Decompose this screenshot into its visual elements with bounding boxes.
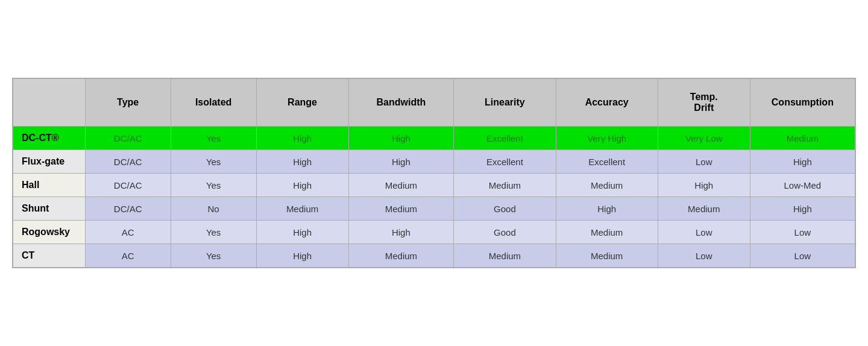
table-row: Flux-gateDC/ACYesHighHighExcellentExcell… (13, 150, 855, 174)
table-cell: DC/AC (85, 127, 171, 150)
table-cell: High (256, 174, 348, 197)
header-isolated: Isolated (171, 78, 256, 127)
table-cell: Good (454, 221, 556, 244)
table-cell: Low (750, 221, 855, 244)
table-cell: High (348, 127, 454, 150)
table-row: HallDC/ACYesHighMediumMediumMediumHighLo… (13, 174, 855, 197)
header-linearity: Linearity (454, 78, 556, 127)
table-cell: High (750, 197, 855, 221)
table-cell: High (256, 221, 348, 244)
table-cell: Medium (750, 127, 855, 150)
row-label: Shunt (13, 197, 85, 221)
table-row: RogowskyACYesHighHighGoodMediumLowLow (13, 221, 855, 244)
table-cell: Medium (454, 244, 556, 268)
table-cell: Low (750, 244, 855, 268)
table-cell: High (256, 244, 348, 268)
table-row: ShuntDC/ACNoMediumMediumGoodHighMediumHi… (13, 197, 855, 221)
comparison-table: Type Isolated Range Bandwidth Linearity … (12, 78, 856, 269)
row-label: Rogowsky (13, 221, 85, 244)
header-empty (13, 78, 85, 127)
row-label: Hall (13, 174, 85, 197)
table-cell: Medium (556, 174, 658, 197)
table-cell: Yes (171, 221, 256, 244)
table-cell: Yes (171, 244, 256, 268)
table-cell: High (348, 221, 454, 244)
table-cell: High (556, 197, 658, 221)
table-cell: Excellent (454, 127, 556, 150)
table-cell: Low-Med (750, 174, 855, 197)
row-label: DC-CT® (13, 127, 85, 150)
table-cell: High (658, 174, 750, 197)
table-row: CTACYesHighMediumMediumMediumLowLow (13, 244, 855, 268)
header-consumption: Consumption (750, 78, 855, 127)
table-cell: Yes (171, 127, 256, 150)
table-cell: Very High (556, 127, 658, 150)
header-temp-drift: Temp.Drift (658, 78, 750, 127)
table-cell: Medium (348, 244, 454, 268)
table-cell: DC/AC (85, 197, 171, 221)
table-cell: DC/AC (85, 174, 171, 197)
table-cell: No (171, 197, 256, 221)
table-cell: Medium (556, 244, 658, 268)
header-type: Type (85, 78, 171, 127)
table-cell: Good (454, 197, 556, 221)
table-cell: Yes (171, 174, 256, 197)
table-row: DC-CT®DC/ACYesHighHighExcellentVery High… (13, 127, 855, 150)
table-cell: Medium (658, 197, 750, 221)
table-cell: DC/AC (85, 150, 171, 174)
row-label: Flux-gate (13, 150, 85, 174)
header-bandwidth: Bandwidth (348, 78, 454, 127)
table-cell: Yes (171, 150, 256, 174)
table-cell: High (256, 150, 348, 174)
table-cell: High (256, 127, 348, 150)
table-cell: AC (85, 221, 171, 244)
table-cell: Medium (556, 221, 658, 244)
table-cell: Medium (256, 197, 348, 221)
table-cell: Medium (348, 174, 454, 197)
table-cell: Medium (454, 174, 556, 197)
table-cell: Very Low (658, 127, 750, 150)
table-cell: High (348, 150, 454, 174)
table-cell: Medium (348, 197, 454, 221)
row-label: CT (13, 244, 85, 268)
table-cell: Low (658, 244, 750, 268)
table-cell: Excellent (454, 150, 556, 174)
table-cell: High (750, 150, 855, 174)
table-cell: Excellent (556, 150, 658, 174)
table-cell: Low (658, 221, 750, 244)
header-range: Range (256, 78, 348, 127)
header-accuracy: Accuracy (556, 78, 658, 127)
header-row: Type Isolated Range Bandwidth Linearity … (13, 78, 855, 127)
table-cell: AC (85, 244, 171, 268)
table-cell: Low (658, 150, 750, 174)
